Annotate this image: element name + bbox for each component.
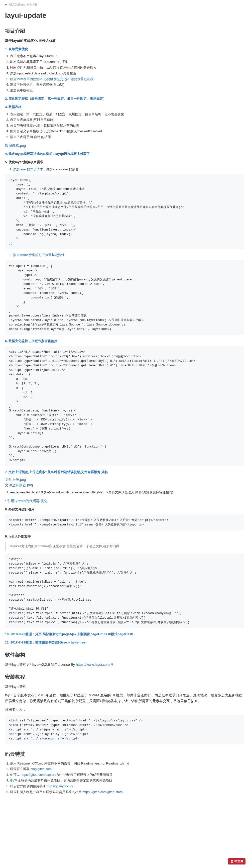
- install-line1: 基于layui架构: [5, 684, 244, 689]
- list-item: reader.readAsDataURL(file)->window.URL.c…: [10, 490, 244, 495]
- s10-heading: 10. 2018-8-23整理：分页 局部刷新方式pageAjax 刷新页面pa…: [5, 632, 244, 637]
- s5-sub1-tail: ，减少ajax->layer的嵌套: [43, 167, 79, 171]
- list-item: 添加input select date radio checkbox失焦校验: [10, 71, 244, 76]
- s5-sub1-idx: 1.: [9, 167, 12, 171]
- list-item: 添加了表尾手动 合计 的功能: [10, 134, 244, 140]
- link[interactable]: https://gitee.com/explore: [21, 773, 56, 777]
- s3-list: 表头固定、第一列固定、最后一列固定、表尾固定，但表单结构一点不发生变化 自定义表…: [10, 112, 244, 140]
- install-line2: 你需要引入：: [5, 707, 244, 712]
- list-item: 分页与表格独立开,便于数据请求后展示前的处理: [10, 123, 244, 128]
- s6-heading: 6. 数据变化监控，指定节点变化监控: [5, 339, 244, 344]
- s9-heading: 9. js引入外部文件: [5, 534, 244, 539]
- list-item: 表头固定、第一列固定、最后一列固定、表尾固定，但表单结构一点不发生变化: [10, 112, 244, 117]
- s11-heading: 11. 2018-8-23整理：带增删改单类选的tree + table-tre…: [5, 640, 244, 645]
- s5-sub2-link[interactable]: 添加iframe弹窗的打开位置与溯源性: [13, 253, 64, 257]
- list-item: 表单元素不用包裹在layui-form中: [10, 54, 244, 59]
- tab-bar: ▾ README.md 6.94 KB: [5, 2, 244, 7]
- arch-text: 基于layui架构 /** layui-v2.2.6 MIT License B…: [5, 662, 244, 667]
- code-block-install: <link rel="stylesheet" type="text/css" h…: [5, 715, 244, 744]
- code-block-requires: "请求js" requires(jsBase + 'imit.js'); //同…: [5, 554, 244, 628]
- s3-heading: 3. 数据表格: [5, 104, 244, 110]
- t2: 这个地址来了解码云上的优秀开源项目: [56, 773, 113, 777]
- page-title: layui-update: [5, 10, 244, 21]
- code-block-watch: <div id="d1" class="box" attr-1="1"></di…: [5, 346, 244, 466]
- arch-pre: 基于layui架构 /** layui-v2.2.6 MIT License B…: [5, 662, 76, 666]
- list-item: GVP 全称是码云最有价值开源项目，是码云综合评定出的优秀开源项目: [10, 778, 244, 783]
- s8-heading: 8. 外部文件进行引用: [5, 507, 244, 512]
- s7-stream-link[interactable]: 引用Stream的代码再 优化: [7, 499, 48, 503]
- link[interactable]: blog.gitee.com: [31, 767, 52, 771]
- s5-sub2-idx: 2.: [9, 253, 12, 257]
- list-item: 追加表单按钮组: [10, 88, 244, 93]
- t: 全称是码云最有价值开源项目，是码云综合评定出的优秀开源项目: [17, 779, 112, 782]
- install-heading: 安装教程: [5, 673, 244, 681]
- s4-heading: 4. 修改laytpl模板写法成vue模式，laytpl原来模板太难写了: [5, 151, 244, 157]
- s7-link1[interactable]: 文件上传.png: [5, 477, 26, 482]
- list-item: 码云封面人物是一档用来展示码云会员风采的栏目 https://gitee.com…: [10, 789, 244, 795]
- list-item: 动态添加表单元素不用form.render()渲染: [10, 59, 244, 65]
- s1-heading: 1. 表单元素优化: [5, 46, 244, 52]
- intro-text: 基于layui的实战优化,无侵入优化: [5, 39, 56, 42]
- list-item: 码云官方提供的使用手册 http://git.mydoc.io/: [10, 784, 244, 789]
- s9-quote: requires方法内部用promise实现缓存,如需重复请求一个动态文件,请加…: [5, 542, 244, 551]
- s5-heading: 5. 优化layer(根据项目需求): [5, 160, 244, 165]
- code-block-imports: <imports href="../template/imports-1.tpl…: [5, 515, 244, 530]
- quote-text: requires方法内部用promise实现缓存,如需重复请求一个动态文件,请加…: [9, 544, 119, 548]
- code-block-layer-open: layer.open({ type: 1, async: true, //异步请…: [5, 175, 244, 249]
- file-stats: 6.94 KB: [27, 2, 37, 7]
- s7-heading: 7. 文件上传预览,上传进度条*,及各种前后端错误提醒,文件全屏预览,旋转: [5, 470, 244, 475]
- t: 码云封面人物是一档用来展示码云会员风采的栏目: [10, 790, 83, 794]
- t: 你可以: [10, 773, 21, 777]
- list-item: 码云官方博客 blog.gitee.com: [10, 767, 244, 772]
- s7-list: reader.readAsDataURL(file)->window.URL.c…: [10, 490, 244, 495]
- install-para: layui 首个版本发布于2016年金秋，她区别于那些基于 MVVM 底层的 U…: [5, 692, 244, 704]
- s2-heading: 2. 简化固定表格（表头固定、第一列固定、最后一列固定、表尾固定）: [5, 96, 244, 101]
- list-item: 自定义表单模板(可以自己修改): [10, 117, 244, 123]
- arch-link[interactable]: https://www.layui.com: [76, 662, 110, 666]
- arch-heading: 软件架构: [5, 651, 244, 659]
- star: *: [5, 499, 6, 503]
- link[interactable]: http://git.mydoc.io/: [47, 784, 73, 788]
- arch-post: */: [110, 662, 113, 666]
- list-item: 独立form表单的校验(不必要触发提交,也不需要设置过滤器): [10, 77, 244, 82]
- markdown-icon: ▾: [5, 2, 7, 7]
- code-block-iframe: var open1 = function() { layer.open({ ty…: [5, 260, 244, 335]
- list-item: 时间控件无JS设置,min max动态设置,开始结束时间分开输入: [10, 65, 244, 70]
- list-item: 使用 Readme_XXX.md 来支持不同的语言，例如 Readme_en.m…: [10, 761, 244, 766]
- list-item: 因为自定义表单模板,所以允许checkbox的默认checked/disable…: [10, 129, 244, 134]
- s3-image-link[interactable]: 数据表格.png: [5, 144, 26, 148]
- s1-link[interactable]: 独立form表单的校验(不必要触发提交,也不需要设置过滤器): [10, 77, 94, 81]
- s7-link2[interactable]: 文件全屏预览.png: [5, 483, 33, 487]
- tricks-heading: 码云特技: [5, 750, 244, 758]
- s1-list: 表单元素不用包裹在layui-form中 动态添加表单元素不用form.rend…: [10, 54, 244, 93]
- section-intro-heading: 项目介绍: [5, 27, 244, 35]
- link[interactable]: https://gitee.com/gitee-stars/: [83, 790, 124, 794]
- t: 码云官方博客: [10, 767, 31, 771]
- list-item: 追加下拉按钮组、搜索选择框(自由型): [10, 82, 244, 88]
- t: 码云官方提供的使用手册: [10, 784, 47, 788]
- file-name: README.md: [9, 2, 25, 7]
- link[interactable]: GVP: [10, 779, 17, 782]
- list-item: 你可以 https://gitee.com/explore 这个地址来了解码云上…: [10, 772, 244, 778]
- tricks-list: 使用 Readme_XXX.md 来支持不同的语言，例如 Readme_en.m…: [10, 761, 244, 795]
- s5-sub1-link[interactable]: 添加layer的异步请求: [13, 167, 43, 171]
